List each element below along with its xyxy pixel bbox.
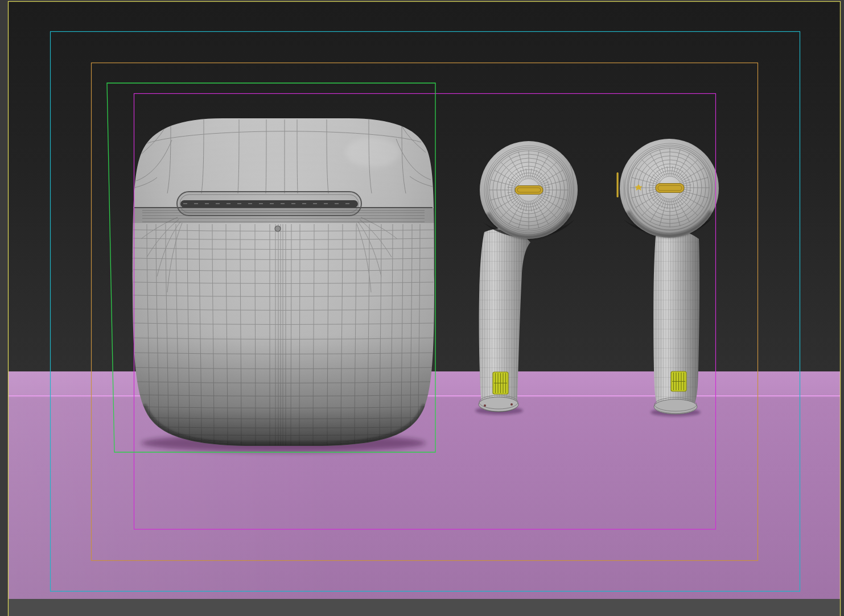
safe-frame-action-safe <box>51 32 800 592</box>
safe-frame-title-safe <box>92 63 758 561</box>
viewport-canvas[interactable] <box>0 0 844 616</box>
safe-frame-user-safe <box>134 94 716 530</box>
green-helper-rect <box>107 83 435 452</box>
safe-frames-overlay <box>0 0 844 616</box>
